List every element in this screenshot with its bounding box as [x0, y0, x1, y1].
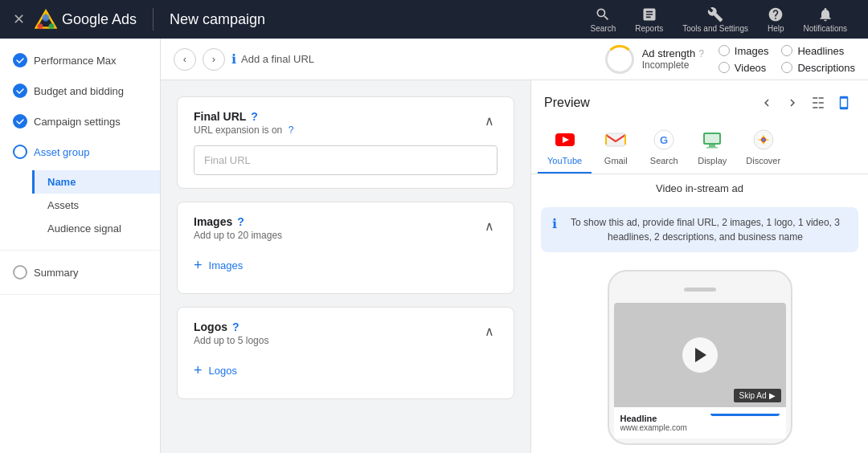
- add-images-button[interactable]: + Images: [194, 251, 497, 280]
- ad-strength-status: Incomplete: [642, 59, 704, 71]
- logos-collapse-button[interactable]: ∧: [481, 320, 497, 342]
- youtube-icon: [554, 129, 576, 151]
- info-icon: ℹ: [231, 51, 236, 67]
- logos-help-icon[interactable]: ?: [232, 320, 240, 333]
- sidebar-summary-section: Summary: [0, 251, 160, 295]
- sidebar-item-budget[interactable]: Budget and bidding: [0, 76, 160, 106]
- youtube-tab-label: YouTube: [547, 156, 582, 165]
- gmail-tab-icon: [603, 127, 628, 153]
- preview-grid-button[interactable]: [807, 92, 829, 114]
- chevron-up-icon-images: ∧: [485, 219, 494, 233]
- checklist-images: Images: [719, 45, 769, 57]
- checklist-images-label: Images: [735, 45, 769, 57]
- logos-subtitle: Add up to 5 logos: [194, 335, 268, 346]
- checklist-videos: Videos: [719, 62, 769, 74]
- checkmark-icon: [15, 86, 25, 96]
- skip-ad-label: Skip Ad: [739, 391, 767, 400]
- nav-divider: [153, 8, 154, 31]
- search-nav-button[interactable]: Search: [583, 3, 624, 36]
- add-logos-button[interactable]: + Logos: [194, 356, 497, 386]
- check-icon-campaign: [13, 114, 27, 129]
- preview-tab-display[interactable]: Display: [688, 120, 736, 173]
- preview-info-banner: ℹ To show this ad, provide final URL, 2 …: [541, 207, 858, 252]
- sidebar-sub-item-assets[interactable]: Assets: [32, 194, 160, 217]
- preview-tab-gmail[interactable]: Gmail: [592, 120, 640, 173]
- phone-ad-text-area: LEARN MORE Headline www.example.com: [620, 414, 780, 432]
- sidebar-perf-max-label: Performance Max: [34, 55, 117, 67]
- sidebar-item-summary[interactable]: Summary: [0, 257, 160, 288]
- plus-icon: +: [194, 257, 203, 274]
- reports-icon: [641, 6, 657, 22]
- preview-tab-youtube[interactable]: YouTube: [538, 120, 592, 173]
- logos-card-body: + Logos: [178, 356, 514, 398]
- notifications-nav-button[interactable]: Notifications: [796, 3, 855, 36]
- preview-next-button[interactable]: [781, 92, 804, 114]
- mobile-icon: [837, 96, 851, 110]
- preview-tab-search[interactable]: G Search: [640, 120, 688, 173]
- top-nav-actions: Search Reports Tools and Settings Help N…: [583, 3, 855, 36]
- sidebar-item-asset-group[interactable]: Asset group: [0, 137, 160, 167]
- svg-rect-12: [706, 147, 718, 149]
- logo-text: Google Ads: [62, 11, 137, 28]
- next-step-button[interactable]: ›: [203, 48, 225, 71]
- images-card-body: + Images: [178, 251, 514, 293]
- url-expansion-help-icon[interactable]: ?: [289, 124, 294, 136]
- phone-ad-footer: LEARN MORE Headline www.example.com: [614, 407, 786, 439]
- preview-mobile-button[interactable]: [833, 92, 855, 114]
- preview-prev-button[interactable]: [755, 92, 778, 114]
- learn-more-button[interactable]: LEARN MORE: [710, 414, 779, 416]
- final-url-title: Final URL ?: [194, 110, 293, 123]
- final-url-collapse-button[interactable]: ∧: [481, 110, 497, 132]
- final-url-card: Final URL ? URL expansion is on ? ∧: [177, 96, 514, 189]
- preview-area: Preview: [530, 80, 868, 453]
- images-help-icon[interactable]: ?: [237, 215, 244, 228]
- svg-point-2: [43, 14, 50, 22]
- sidebar-item-perf-max[interactable]: Performance Max: [0, 45, 160, 76]
- main-content-area: Final URL ? URL expansion is on ? ∧: [161, 80, 868, 453]
- sidebar-campaign-settings-label: Campaign settings: [34, 116, 121, 128]
- logos-title-text: Logos: [194, 320, 227, 333]
- asset-checklist: Images Videos Headlines: [719, 45, 855, 74]
- logos-card-header: Logos ? Add up to 5 logos ∧: [178, 308, 514, 356]
- sidebar: Performance Max Budget and bidding Campa…: [0, 39, 161, 453]
- images-card-header: Images ? Add up to 20 images ∧: [178, 202, 514, 251]
- discover-tab-label: Discover: [746, 156, 780, 165]
- gmail-icon: [604, 129, 627, 151]
- preview-tabs: YouTube Gmail: [531, 114, 868, 174]
- sidebar-sub-item-audience[interactable]: Audience signal: [32, 217, 160, 240]
- prev-arrow-icon: ‹: [183, 53, 186, 65]
- tools-nav-button[interactable]: Tools and Settings: [674, 3, 756, 36]
- preview-tab-discover[interactable]: Discover: [736, 120, 790, 173]
- final-url-card-body: [178, 145, 514, 188]
- step-header: ‹ › ℹ Add a final URL Ad strength ? Inco…: [161, 39, 868, 80]
- prev-step-button[interactable]: ‹: [174, 48, 196, 71]
- checklist-col-1: Images Videos: [719, 45, 769, 74]
- gmail-tab-label: Gmail: [604, 156, 628, 165]
- phone-screen: Skip Ad ▶ LEARN MORE Headline www.exampl…: [614, 303, 786, 439]
- skip-ad-button[interactable]: Skip Ad ▶: [734, 389, 781, 402]
- add-images-label: Images: [209, 259, 244, 271]
- images-collapse-button[interactable]: ∧: [481, 215, 497, 237]
- main-layout: Performance Max Budget and bidding Campa…: [0, 39, 868, 453]
- check-circle-descriptions: [781, 62, 792, 73]
- final-url-input[interactable]: [194, 145, 497, 175]
- check-circle-images: [719, 45, 730, 56]
- ad-strength-help-icon[interactable]: ?: [698, 48, 704, 59]
- content-wrapper: ‹ › ℹ Add a final URL Ad strength ? Inco…: [161, 39, 868, 453]
- close-button[interactable]: ✕: [13, 10, 25, 28]
- search-tab-label: Search: [650, 156, 678, 165]
- check-circle-headlines: [781, 45, 792, 56]
- final-url-help-icon[interactable]: ?: [251, 110, 258, 123]
- reports-nav-button[interactable]: Reports: [627, 3, 671, 36]
- google-search-icon: G: [653, 129, 675, 151]
- discover-tab-icon: [751, 127, 776, 153]
- top-navigation: ✕ Google Ads New campaign Search Reports…: [0, 0, 868, 39]
- chevron-up-icon-logos: ∧: [485, 324, 494, 338]
- preview-header: Preview: [531, 80, 868, 114]
- plus-icon-logos: +: [194, 362, 203, 379]
- help-nav-button[interactable]: Help: [760, 3, 792, 36]
- display-icon: [701, 129, 723, 151]
- sidebar-item-campaign-settings[interactable]: Campaign settings: [0, 106, 160, 137]
- svg-point-4: [49, 23, 55, 29]
- sidebar-sub-item-name[interactable]: Name: [32, 170, 160, 194]
